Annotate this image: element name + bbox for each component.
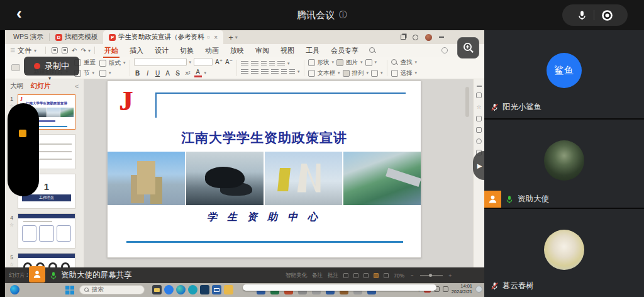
browser-icon[interactable] — [188, 285, 197, 294]
justify-icon[interactable] — [271, 69, 279, 75]
microphone-button[interactable] — [577, 10, 587, 21]
magnifier-button[interactable] — [457, 37, 479, 59]
participant-tile-1[interactable]: 鲨鱼 阳光小鲨鱼 — [484, 30, 644, 118]
underline-button[interactable]: U — [154, 70, 162, 77]
taskbar-search[interactable]: 搜索 — [79, 285, 145, 294]
tab-docer[interactable]: D 找稻壳模板 — [50, 30, 104, 44]
char-style-button[interactable]: A — [164, 70, 172, 77]
notes-button[interactable]: 备注 — [312, 272, 323, 279]
view-sorter-icon[interactable] — [353, 273, 358, 278]
align-center-icon[interactable] — [251, 69, 258, 75]
tab-outline[interactable]: 大纲 — [10, 82, 23, 91]
file-menu[interactable]: ☰ 文件 ▾ — [10, 46, 42, 55]
zoom-slider[interactable] — [420, 275, 443, 276]
select-button[interactable]: 选择 ▾ — [391, 69, 418, 77]
quick-caret-icon[interactable]: ▾ — [88, 48, 91, 53]
book-icon[interactable] — [99, 70, 106, 77]
find-button[interactable]: 查找 ▾ — [391, 59, 418, 67]
folder-icon[interactable] — [224, 285, 233, 294]
volume-icon[interactable] — [443, 286, 448, 292]
rail-star-icon[interactable]: ☆ — [476, 104, 481, 110]
canvas-scrollbar[interactable] — [465, 87, 469, 117]
rail-image-icon[interactable] — [476, 127, 482, 133]
mail-icon[interactable] — [212, 285, 221, 294]
grow-font-button[interactable]: A⁺ — [215, 59, 223, 65]
taskbar-clock[interactable]: 14:01 2024/2/21 — [452, 284, 472, 294]
bold-button[interactable]: B — [134, 70, 142, 77]
numbering-icon[interactable] — [251, 61, 258, 67]
tab-list-caret-icon[interactable]: ▾ — [235, 35, 238, 40]
indent-icon[interactable] — [269, 61, 275, 67]
merge-shapes-icon[interactable] — [371, 70, 378, 77]
fullscreen-icon[interactable] — [384, 273, 389, 278]
recording-caret-icon[interactable]: ▾ — [48, 76, 51, 81]
font-family-select[interactable] — [134, 58, 187, 66]
record-button[interactable] — [601, 9, 614, 22]
star-icon[interactable]: ☆ — [9, 262, 14, 267]
collab-icon[interactable] — [441, 47, 448, 53]
tab-slides[interactable]: 幻灯片 — [31, 82, 51, 91]
tab-wps-home[interactable]: WPS 演示 — [8, 30, 49, 44]
comments-button[interactable]: 批注 — [328, 272, 338, 279]
tab-document[interactable]: P 学生资助政策宣讲（参考资料 ○ × — [103, 30, 223, 44]
thumb-slide-5[interactable] — [18, 253, 75, 267]
icon-library-icon[interactable] — [365, 59, 372, 66]
window-minimize-icon[interactable] — [439, 36, 444, 38]
thumbnail-item-5[interactable]: 5 ☆ — [8, 253, 84, 267]
strike-button[interactable]: S — [174, 70, 182, 77]
menu-member[interactable]: 会员专享 — [331, 46, 358, 55]
edge-browser-icon[interactable] — [10, 285, 19, 294]
beautify-button[interactable]: 智能美化 — [286, 272, 307, 279]
zoom-out-button[interactable]: － — [409, 272, 415, 279]
layout-button[interactable]: 版式 ▾ — [99, 59, 126, 67]
text-direction-icon[interactable] — [289, 69, 295, 75]
horizontal-scrollbar[interactable] — [243, 284, 436, 291]
font-color-button[interactable]: A — [194, 69, 202, 77]
search-icon[interactable] — [369, 47, 375, 53]
textbox-button[interactable]: 文本框 ▾ — [308, 69, 340, 77]
rail-props-icon[interactable] — [476, 92, 482, 98]
align-right-icon[interactable] — [261, 69, 269, 75]
line-spacing-icon[interactable] — [277, 61, 285, 67]
menu-view[interactable]: 视图 — [280, 46, 294, 55]
outdent-icon[interactable] — [261, 61, 267, 67]
menu-design[interactable]: 设计 — [155, 46, 169, 55]
menu-tools[interactable]: 工具 — [306, 46, 319, 55]
play-slideshow-icon[interactable] — [374, 273, 379, 278]
align-left-icon[interactable] — [241, 69, 248, 75]
rail-help-icon[interactable] — [476, 138, 482, 144]
columns-icon[interactable] — [281, 69, 287, 75]
paste-button[interactable] — [9, 64, 23, 71]
italic-button[interactable]: I — [144, 70, 152, 77]
view-read-icon[interactable] — [364, 273, 369, 278]
edge-icon[interactable] — [176, 285, 186, 294]
save-icon[interactable] — [52, 47, 58, 53]
weather-icon[interactable] — [475, 286, 482, 293]
undo-icon[interactable]: ↶ — [72, 47, 77, 54]
view-normal-icon[interactable] — [343, 273, 348, 278]
bullets-icon[interactable] — [241, 61, 248, 67]
tencent-meeting-icon[interactable] — [164, 285, 174, 294]
thumb-slide-4[interactable] — [18, 213, 75, 249]
star-icon[interactable]: ☆ — [9, 222, 14, 228]
menu-home[interactable]: 开始 — [104, 46, 118, 55]
recording-badge[interactable]: 录制中 — [24, 57, 79, 76]
tab-close-icon[interactable]: × — [214, 34, 218, 41]
shrink-font-button[interactable]: A⁻ — [225, 59, 233, 65]
menu-animation[interactable]: 动画 — [205, 46, 219, 55]
redo-icon[interactable]: ↷ — [80, 47, 86, 54]
account-avatar[interactable] — [425, 34, 432, 41]
shape-button[interactable]: 形状 ▾ — [308, 59, 335, 67]
font-size-select[interactable] — [194, 58, 213, 66]
print-icon[interactable] — [62, 47, 68, 53]
menu-review[interactable]: 审阅 — [255, 46, 269, 55]
arrange-button[interactable]: 排列 ▾ — [343, 69, 369, 77]
superscript-button[interactable]: X² — [184, 70, 192, 76]
info-icon[interactable]: ⓘ — [339, 9, 347, 21]
zoom-in-button[interactable]: ＋ — [448, 272, 453, 279]
thumbnail-item-4[interactable]: 4 ☆ — [8, 213, 84, 249]
file-explorer-icon[interactable] — [152, 285, 162, 294]
store-icon[interactable] — [200, 285, 209, 294]
rail-shape-icon[interactable] — [476, 116, 482, 121]
menu-insert[interactable]: 插入 — [130, 46, 143, 55]
